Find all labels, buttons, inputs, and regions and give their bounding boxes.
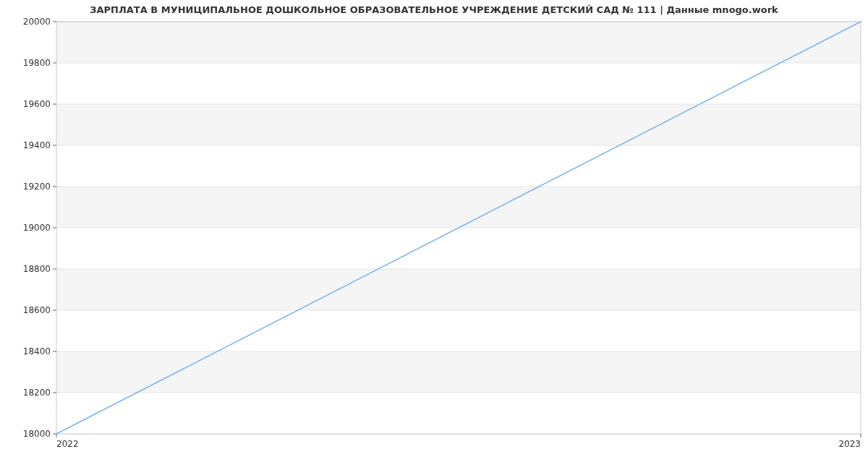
- y-tick-label: 19800: [23, 58, 51, 68]
- chart-svg: 1800018200184001860018800190001920019400…: [0, 0, 868, 470]
- chart-container: ЗАРПЛАТА В МУНИЦИПАЛЬНОЕ ДОШКОЛЬНОЕ ОБРА…: [0, 0, 868, 470]
- grid-band: [56, 145, 861, 187]
- x-tick-label: 2022: [56, 439, 79, 449]
- y-tick-label: 18000: [23, 429, 51, 439]
- y-tick-label: 19200: [23, 181, 51, 192]
- x-tick-label: 2023: [838, 439, 861, 449]
- y-tick-label: 18200: [23, 388, 51, 398]
- chart-title: ЗАРПЛАТА В МУНИЦИПАЛЬНОЕ ДОШКОЛЬНОЕ ОБРА…: [0, 4, 868, 15]
- grid-band: [56, 310, 861, 351]
- y-tick-label: 20000: [23, 17, 51, 27]
- grid-band: [56, 228, 861, 269]
- y-tick-label: 19000: [23, 223, 51, 233]
- y-tick-label: 18400: [23, 346, 51, 356]
- y-tick-label: 19600: [23, 99, 51, 109]
- y-tick-label: 19400: [23, 140, 51, 150]
- y-tick-label: 18800: [23, 264, 51, 274]
- y-tick-label: 18600: [23, 305, 51, 315]
- grid-band: [56, 393, 861, 434]
